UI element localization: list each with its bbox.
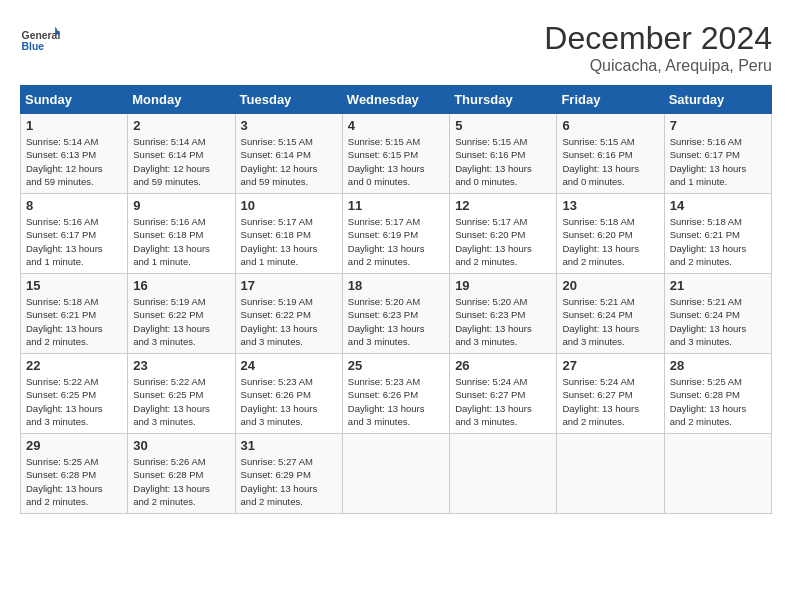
day-header-monday: Monday: [128, 86, 235, 114]
day-number: 12: [455, 198, 551, 213]
day-info: Sunrise: 5:22 AM Sunset: 6:25 PM Dayligh…: [26, 375, 122, 428]
day-info: Sunrise: 5:23 AM Sunset: 6:26 PM Dayligh…: [241, 375, 337, 428]
day-info: Sunrise: 5:27 AM Sunset: 6:29 PM Dayligh…: [241, 455, 337, 508]
day-number: 27: [562, 358, 658, 373]
calendar-cell: 4Sunrise: 5:15 AM Sunset: 6:15 PM Daylig…: [342, 114, 449, 194]
calendar-cell: 12Sunrise: 5:17 AM Sunset: 6:20 PM Dayli…: [450, 194, 557, 274]
calendar-cell: 3Sunrise: 5:15 AM Sunset: 6:14 PM Daylig…: [235, 114, 342, 194]
day-header-friday: Friday: [557, 86, 664, 114]
day-header-saturday: Saturday: [664, 86, 771, 114]
day-info: Sunrise: 5:22 AM Sunset: 6:25 PM Dayligh…: [133, 375, 229, 428]
day-header-thursday: Thursday: [450, 86, 557, 114]
day-info: Sunrise: 5:15 AM Sunset: 6:15 PM Dayligh…: [348, 135, 444, 188]
day-number: 17: [241, 278, 337, 293]
week-row-1: 1Sunrise: 5:14 AM Sunset: 6:13 PM Daylig…: [21, 114, 772, 194]
calendar-cell: 24Sunrise: 5:23 AM Sunset: 6:26 PM Dayli…: [235, 354, 342, 434]
calendar-cell: 5Sunrise: 5:15 AM Sunset: 6:16 PM Daylig…: [450, 114, 557, 194]
day-number: 30: [133, 438, 229, 453]
day-info: Sunrise: 5:16 AM Sunset: 6:17 PM Dayligh…: [670, 135, 766, 188]
day-number: 31: [241, 438, 337, 453]
day-info: Sunrise: 5:21 AM Sunset: 6:24 PM Dayligh…: [670, 295, 766, 348]
day-info: Sunrise: 5:19 AM Sunset: 6:22 PM Dayligh…: [133, 295, 229, 348]
calendar-cell: 18Sunrise: 5:20 AM Sunset: 6:23 PM Dayli…: [342, 274, 449, 354]
day-info: Sunrise: 5:16 AM Sunset: 6:17 PM Dayligh…: [26, 215, 122, 268]
calendar-cell: 10Sunrise: 5:17 AM Sunset: 6:18 PM Dayli…: [235, 194, 342, 274]
calendar-cell: [342, 434, 449, 514]
calendar-body: 1Sunrise: 5:14 AM Sunset: 6:13 PM Daylig…: [21, 114, 772, 514]
day-number: 3: [241, 118, 337, 133]
month-title: December 2024: [544, 20, 772, 57]
day-number: 11: [348, 198, 444, 213]
day-number: 22: [26, 358, 122, 373]
day-info: Sunrise: 5:24 AM Sunset: 6:27 PM Dayligh…: [562, 375, 658, 428]
calendar-cell: 7Sunrise: 5:16 AM Sunset: 6:17 PM Daylig…: [664, 114, 771, 194]
calendar-cell: 27Sunrise: 5:24 AM Sunset: 6:27 PM Dayli…: [557, 354, 664, 434]
day-header-sunday: Sunday: [21, 86, 128, 114]
day-info: Sunrise: 5:24 AM Sunset: 6:27 PM Dayligh…: [455, 375, 551, 428]
calendar-cell: 20Sunrise: 5:21 AM Sunset: 6:24 PM Dayli…: [557, 274, 664, 354]
day-info: Sunrise: 5:21 AM Sunset: 6:24 PM Dayligh…: [562, 295, 658, 348]
calendar-cell: 16Sunrise: 5:19 AM Sunset: 6:22 PM Dayli…: [128, 274, 235, 354]
header: General Blue December 2024 Quicacha, Are…: [20, 20, 772, 75]
calendar-cell: 6Sunrise: 5:15 AM Sunset: 6:16 PM Daylig…: [557, 114, 664, 194]
day-number: 18: [348, 278, 444, 293]
day-number: 23: [133, 358, 229, 373]
calendar-cell: 31Sunrise: 5:27 AM Sunset: 6:29 PM Dayli…: [235, 434, 342, 514]
day-info: Sunrise: 5:25 AM Sunset: 6:28 PM Dayligh…: [670, 375, 766, 428]
calendar-cell: 13Sunrise: 5:18 AM Sunset: 6:20 PM Dayli…: [557, 194, 664, 274]
day-number: 13: [562, 198, 658, 213]
day-number: 4: [348, 118, 444, 133]
day-info: Sunrise: 5:17 AM Sunset: 6:18 PM Dayligh…: [241, 215, 337, 268]
calendar-cell: 21Sunrise: 5:21 AM Sunset: 6:24 PM Dayli…: [664, 274, 771, 354]
calendar-cell: [450, 434, 557, 514]
day-number: 29: [26, 438, 122, 453]
calendar-cell: [557, 434, 664, 514]
week-row-2: 8Sunrise: 5:16 AM Sunset: 6:17 PM Daylig…: [21, 194, 772, 274]
day-number: 14: [670, 198, 766, 213]
day-info: Sunrise: 5:14 AM Sunset: 6:13 PM Dayligh…: [26, 135, 122, 188]
day-number: 5: [455, 118, 551, 133]
day-info: Sunrise: 5:15 AM Sunset: 6:16 PM Dayligh…: [455, 135, 551, 188]
svg-text:General: General: [22, 30, 60, 41]
calendar-cell: 28Sunrise: 5:25 AM Sunset: 6:28 PM Dayli…: [664, 354, 771, 434]
day-header-tuesday: Tuesday: [235, 86, 342, 114]
day-info: Sunrise: 5:18 AM Sunset: 6:21 PM Dayligh…: [26, 295, 122, 348]
location-title: Quicacha, Arequipa, Peru: [544, 57, 772, 75]
day-number: 28: [670, 358, 766, 373]
day-number: 10: [241, 198, 337, 213]
day-info: Sunrise: 5:25 AM Sunset: 6:28 PM Dayligh…: [26, 455, 122, 508]
calendar-header: SundayMondayTuesdayWednesdayThursdayFrid…: [21, 86, 772, 114]
calendar-cell: 30Sunrise: 5:26 AM Sunset: 6:28 PM Dayli…: [128, 434, 235, 514]
day-info: Sunrise: 5:18 AM Sunset: 6:21 PM Dayligh…: [670, 215, 766, 268]
day-number: 25: [348, 358, 444, 373]
calendar-cell: 14Sunrise: 5:18 AM Sunset: 6:21 PM Dayli…: [664, 194, 771, 274]
day-number: 19: [455, 278, 551, 293]
calendar-cell: 29Sunrise: 5:25 AM Sunset: 6:28 PM Dayli…: [21, 434, 128, 514]
day-number: 2: [133, 118, 229, 133]
day-info: Sunrise: 5:26 AM Sunset: 6:28 PM Dayligh…: [133, 455, 229, 508]
calendar-cell: 1Sunrise: 5:14 AM Sunset: 6:13 PM Daylig…: [21, 114, 128, 194]
day-header-wednesday: Wednesday: [342, 86, 449, 114]
calendar-cell: 9Sunrise: 5:16 AM Sunset: 6:18 PM Daylig…: [128, 194, 235, 274]
calendar-cell: 25Sunrise: 5:23 AM Sunset: 6:26 PM Dayli…: [342, 354, 449, 434]
day-info: Sunrise: 5:15 AM Sunset: 6:16 PM Dayligh…: [562, 135, 658, 188]
week-row-5: 29Sunrise: 5:25 AM Sunset: 6:28 PM Dayli…: [21, 434, 772, 514]
calendar-cell: 2Sunrise: 5:14 AM Sunset: 6:14 PM Daylig…: [128, 114, 235, 194]
calendar-cell: 26Sunrise: 5:24 AM Sunset: 6:27 PM Dayli…: [450, 354, 557, 434]
day-number: 26: [455, 358, 551, 373]
day-info: Sunrise: 5:15 AM Sunset: 6:14 PM Dayligh…: [241, 135, 337, 188]
day-info: Sunrise: 5:19 AM Sunset: 6:22 PM Dayligh…: [241, 295, 337, 348]
day-number: 9: [133, 198, 229, 213]
calendar-cell: 8Sunrise: 5:16 AM Sunset: 6:17 PM Daylig…: [21, 194, 128, 274]
day-number: 7: [670, 118, 766, 133]
day-info: Sunrise: 5:20 AM Sunset: 6:23 PM Dayligh…: [348, 295, 444, 348]
day-info: Sunrise: 5:17 AM Sunset: 6:20 PM Dayligh…: [455, 215, 551, 268]
calendar-cell: 22Sunrise: 5:22 AM Sunset: 6:25 PM Dayli…: [21, 354, 128, 434]
day-number: 6: [562, 118, 658, 133]
day-info: Sunrise: 5:16 AM Sunset: 6:18 PM Dayligh…: [133, 215, 229, 268]
day-number: 24: [241, 358, 337, 373]
day-info: Sunrise: 5:14 AM Sunset: 6:14 PM Dayligh…: [133, 135, 229, 188]
day-info: Sunrise: 5:17 AM Sunset: 6:19 PM Dayligh…: [348, 215, 444, 268]
day-number: 1: [26, 118, 122, 133]
day-number: 8: [26, 198, 122, 213]
